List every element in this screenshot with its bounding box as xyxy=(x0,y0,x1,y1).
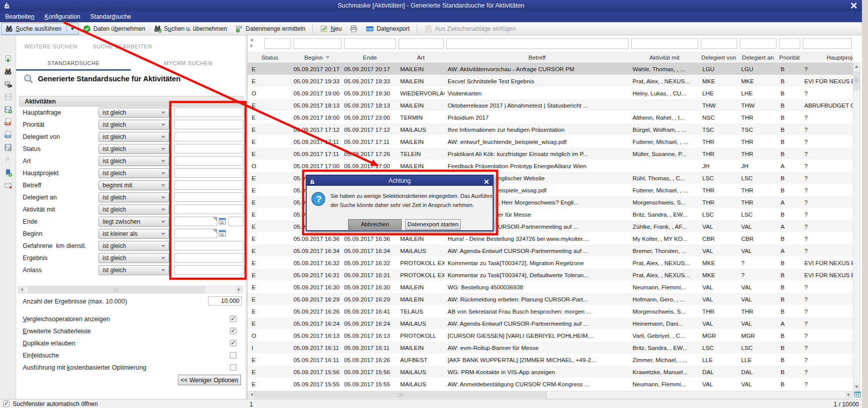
checkbox-duplikate-erlauben[interactable]: ✓ xyxy=(230,340,236,346)
column-header-prioritaet[interactable]: Priorität xyxy=(778,52,801,63)
table-row[interactable]: E05.09.2017 16:3405.09.2017 16:34MAILAUS… xyxy=(248,244,853,257)
table-row[interactable]: E05.09.2017 17:1205.09.2017 17:12MAILAUS… xyxy=(248,123,853,135)
column-header-art[interactable]: Art xyxy=(397,52,445,63)
menu-item-standardsuche[interactable]: Standardsuche xyxy=(85,11,136,22)
operator-select-delegiert-an[interactable]: ist gleich xyxy=(99,192,169,202)
table-row[interactable]: E05.09.2017 18:1305.09.2017 18:13MAILEIN… xyxy=(248,99,853,111)
start-dataexport-button[interactable]: Datenexport starten xyxy=(405,219,461,230)
value-input-prioritaet[interactable] xyxy=(174,120,244,129)
operator-select-anlass[interactable]: ist gleich xyxy=(99,265,169,275)
operator-select-art[interactable]: ist gleich xyxy=(99,156,169,166)
table-row[interactable]: E05.09.2017 16:2905.09.2017 16:29MAILEIN… xyxy=(248,293,853,305)
column-header-betreff[interactable]: Betreff xyxy=(445,52,630,63)
results-limit-input[interactable]: 10.000 xyxy=(208,296,242,305)
rail-button-search-device[interactable] xyxy=(4,80,13,89)
checkbox-einfeldsuche[interactable] xyxy=(230,352,236,359)
scroll-left-icon[interactable] xyxy=(250,38,254,43)
operator-select-status[interactable]: ist gleich xyxy=(99,144,169,154)
rail-button-flag[interactable] xyxy=(4,156,13,165)
operator-select-beginn[interactable]: ist kleiner als xyxy=(99,229,169,239)
checkbox-ausfuehrung-mit-kostenbasierter-optimierung[interactable] xyxy=(230,364,236,371)
operator-select-gefahrene-km-dienstl[interactable]: ist gleich xyxy=(99,241,169,251)
scroll-right-icon[interactable] xyxy=(250,43,254,49)
table-row[interactable]: E05.09.2017 19:3305.09.2017 19:33MAILEIN… xyxy=(248,75,853,87)
value-input-status[interactable] xyxy=(174,144,244,154)
operator-select-ende[interactable]: liegt zwischen xyxy=(99,217,169,227)
column-filter-input-delegiert-von[interactable] xyxy=(701,38,737,49)
rail-button-save-settings[interactable] xyxy=(4,143,13,152)
column-header-aktivitaet-mit[interactable]: Aktivität mit xyxy=(630,52,699,63)
rail-button-sql-export[interactable]: SQL xyxy=(4,130,13,139)
table-row[interactable]: E05.09.2017 15:5605.09.2017 15:56MAILAUS… xyxy=(248,366,853,378)
toolbar-button-aus-zwischenablage-einfuegen[interactable]: Aus Zwischenablage einfügen xyxy=(420,23,520,35)
table-row[interactable]: E05.09.2017 18:0005.09.2017 23:00TERMINP… xyxy=(248,111,853,123)
rail-button-import-search[interactable] xyxy=(4,55,13,64)
table-row[interactable]: E05.09.2017 16:2405.09.2017 16:24MAILAUS… xyxy=(248,317,853,329)
panel-horizontal-scrollbar[interactable] xyxy=(18,286,243,293)
value-input-hauptprojekt[interactable] xyxy=(174,168,244,178)
column-filter-input-prioritaet[interactable] xyxy=(779,38,800,49)
operator-select-hauptanfrage[interactable]: ist gleich xyxy=(99,108,169,118)
less-options-button[interactable]: << Weniger Optionen xyxy=(178,375,241,385)
tab-weitere-suchen[interactable]: WEITERE SUCHEN xyxy=(24,43,77,49)
scroll-left-icon[interactable] xyxy=(18,286,25,293)
auto-open-checkbox[interactable]: ✓ xyxy=(3,400,10,407)
vertical-scrollbar[interactable] xyxy=(853,63,860,391)
column-header-beginn[interactable]: Beginn xyxy=(292,52,343,63)
value-input-delegiert-an[interactable] xyxy=(174,192,244,202)
column-filter-input-art[interactable] xyxy=(399,38,444,49)
operator-select-aktivitaet-mit[interactable]: ist gleich xyxy=(99,205,169,215)
chevron-down-icon[interactable] xyxy=(70,25,75,32)
value-input-gefahrene-km-dienstl[interactable] xyxy=(174,241,244,250)
operator-select-prioritaet[interactable]: ist gleich xyxy=(99,120,169,130)
table-row[interactable]: E05.09.2017 16:1105.09.2017 16:26AUFBEST… xyxy=(248,353,853,366)
column-filter-input-status[interactable] xyxy=(264,38,291,49)
table-row[interactable]: E05.09.2017 16:3605.09.2017 16:36MAILEIN… xyxy=(248,232,853,244)
table-row[interactable]: E05.09.2017 20:1705.09.2017 20:17MAILEIN… xyxy=(248,63,853,75)
toolbar-button-daten-uebernehmen[interactable]: Daten übernehmen xyxy=(79,23,150,35)
menu-item-konfiguration[interactable]: Konfiguration xyxy=(39,11,85,22)
value-input-2-ende[interactable] xyxy=(228,217,244,226)
column-filter-input-aktivitaet-mit[interactable] xyxy=(631,38,698,49)
rail-button-save[interactable] xyxy=(4,92,13,101)
scrollbar-thumb[interactable] xyxy=(27,286,205,293)
value-input-beginn[interactable] xyxy=(174,229,217,238)
table-row[interactable]: O05.09.2017 17:0005.09.2017 17:00MAILEIN… xyxy=(248,160,853,172)
operator-select-ergebnis[interactable]: ist gleich xyxy=(99,253,169,263)
value-input-ergebnis[interactable] xyxy=(174,253,244,263)
table-row[interactable]: E05.09.2017 16:3105.09.2017 16:31PROTOKO… xyxy=(248,269,853,281)
checkbox-vergleichsoperatoren-anzeigen[interactable]: ✓ xyxy=(230,316,236,322)
column-filter-input-delegiert-an[interactable] xyxy=(740,38,777,49)
column-filter-input-betreff[interactable] xyxy=(446,38,629,49)
operator-select-hauptprojekt[interactable]: ist gleich xyxy=(99,168,169,178)
column-filter-input-beginn[interactable] xyxy=(294,38,342,49)
column-filter-input-ende[interactable] xyxy=(344,38,396,49)
column-header-delegiert-an[interactable]: Delegiert an xyxy=(738,52,778,63)
column-header-status[interactable]: Status xyxy=(248,52,292,63)
value-input-hauptanfrage[interactable] xyxy=(174,108,244,117)
dialog-close-button[interactable] xyxy=(484,178,490,184)
table-row[interactable]: E05.09.2017 16:2605.09.2017 16:41TELAUSA… xyxy=(248,305,853,317)
scroll-up-icon[interactable] xyxy=(853,63,860,70)
rail-button-mail-template[interactable] xyxy=(4,181,13,190)
rail-button-new-search[interactable] xyxy=(4,67,13,76)
menu-item-bearbeiten[interactable]: Bearbeiten xyxy=(0,11,39,22)
column-header-ende[interactable]: Ende xyxy=(343,52,397,63)
operator-select-delegiert-von[interactable]: ist gleich xyxy=(99,132,169,142)
value-input-art[interactable] xyxy=(174,156,244,166)
rail-button-save-add[interactable] xyxy=(4,105,13,114)
horizontal-scrollbar[interactable] xyxy=(248,391,853,398)
table-row[interactable]: E05.09.2017 17:1105.09.2017 17:26TELEINP… xyxy=(248,147,853,160)
scroll-down-icon[interactable] xyxy=(853,383,860,390)
window-close-button[interactable] xyxy=(850,2,858,10)
table-row[interactable]: E05.09.2017 16:3205.09.2017 16:32PROTOKO… xyxy=(248,257,853,269)
value-input-ende[interactable] xyxy=(174,217,217,226)
table-row[interactable]: O05.09.2017 19:0005.09.2017 19:30WIEDERV… xyxy=(248,87,853,99)
abort-button[interactable]: Abbrechen xyxy=(348,219,402,230)
tab-standardsuche[interactable]: STANDARDSUCHE xyxy=(16,58,131,71)
scrollbar-thumb[interactable] xyxy=(853,71,860,90)
filter-pager[interactable] xyxy=(249,38,263,50)
value-input-aktivitaet-mit[interactable] xyxy=(174,205,244,214)
calendar-button[interactable]: 31 xyxy=(218,217,226,225)
table-row[interactable]: O05.09.2017 16:1305.09.2017 16:13PROTOKO… xyxy=(248,329,853,341)
